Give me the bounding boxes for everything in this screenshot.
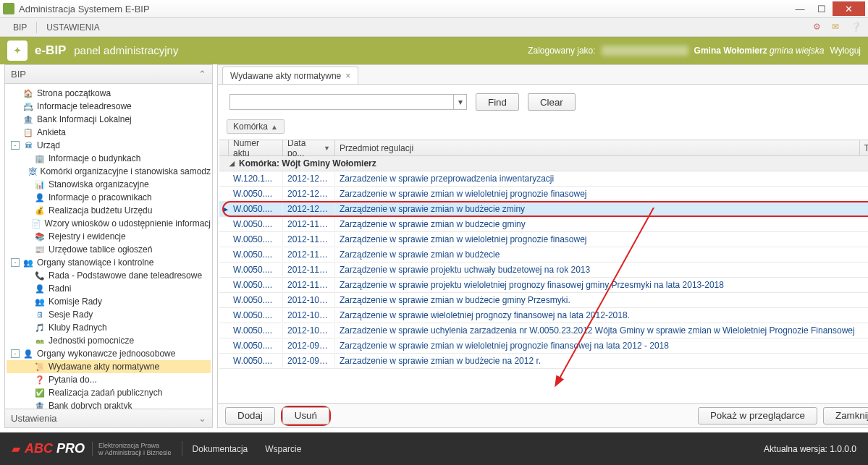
logout-link[interactable]: Wyloguj bbox=[830, 46, 861, 56]
tree-node-label: Rejestry i ewidencje bbox=[49, 231, 126, 242]
close-button[interactable]: ✕ bbox=[833, 1, 865, 16]
tree-node-label: Urząd bbox=[37, 140, 60, 150]
cell-numer: W.0050.... bbox=[229, 294, 283, 307]
cell-tresc bbox=[860, 264, 868, 276]
tree-node[interactable]: 👥Komisje Rady bbox=[7, 295, 211, 308]
toolbar-icon-1[interactable]: ⚙ bbox=[813, 22, 825, 33]
col-data[interactable]: Data po...▼ bbox=[283, 140, 335, 155]
brand-bar: ✦ e-BIP panel administracyjny Zalogowany… bbox=[0, 37, 868, 64]
tree-node[interactable]: 🗓Sesje Rady bbox=[7, 308, 211, 321]
table-row[interactable]: W.120.1...2012-12-11Zarzadzenie w sprawi… bbox=[219, 171, 868, 187]
table-row[interactable]: W.0050....2012-12-11Zarzadzenie w sprawi… bbox=[219, 187, 868, 202]
search-input[interactable] bbox=[229, 94, 454, 110]
menu-ustawienia[interactable]: USTAWIENIA bbox=[39, 20, 106, 35]
tree-node-label: Stanowiska organizacyjne bbox=[49, 179, 149, 189]
tree-node[interactable]: 🏘Jednostki pomocnicze bbox=[7, 334, 211, 347]
tree-node[interactable]: 👤Radni bbox=[7, 282, 211, 295]
tree-node[interactable]: 👤Informacje o pracownikach bbox=[7, 191, 211, 204]
table-row[interactable]: W.0050....2012-11-15Zarządzenie w sprawi… bbox=[219, 278, 868, 293]
zamknij-button[interactable]: Zamknij bbox=[823, 407, 868, 425]
tree-node[interactable]: -🏛Urząd bbox=[7, 139, 211, 152]
tree-node-icon: 📊 bbox=[34, 179, 46, 189]
tab-title: Wydawane akty normatywne bbox=[230, 71, 341, 81]
find-button[interactable]: Find bbox=[476, 93, 519, 111]
table-row[interactable]: W.0050....2012-11-30Zarządzenie w sprawi… bbox=[219, 217, 868, 232]
table-row[interactable]: W.0050....2012-11-22Zarządzenie w sprawi… bbox=[219, 232, 868, 247]
footer-support-link[interactable]: Wsparcie bbox=[265, 444, 301, 454]
footer-doc-link[interactable]: Dokumentacja bbox=[193, 444, 248, 454]
tree-node[interactable]: 🏠Strona początkowa bbox=[7, 87, 211, 100]
menu-bip[interactable]: BIP bbox=[6, 20, 34, 35]
cell-date: 2012-12-11 bbox=[283, 187, 335, 200]
table-row[interactable]: W.0050....2012-09-28Zarzadzenie w sprawi… bbox=[219, 354, 868, 369]
table-row[interactable]: W.0050....2012-10-15Zarządzenie w sprawi… bbox=[219, 293, 868, 308]
tree-node[interactable]: 🏦Bank Informacji Lokalnej bbox=[7, 113, 211, 126]
col-tresc[interactable]: Treść bbox=[860, 140, 868, 155]
tree-node[interactable]: ❓Pytania do... bbox=[7, 373, 211, 386]
table-row[interactable]: W.0050....2012-10-01 Zarzadzenie w spraw… bbox=[219, 323, 868, 338]
grid-header: Numer aktu Data po...▼ Przedmiot regulac… bbox=[219, 140, 868, 156]
col-numer-aktu[interactable]: Numer aktu bbox=[229, 140, 283, 155]
group-collapse-icon[interactable]: ◢ bbox=[229, 160, 235, 167]
grid-body[interactable]: ◢ Komórka: Wójt Gminy Wołomierz W.120.1.… bbox=[219, 156, 868, 403]
tree-node[interactable]: -👤Organy wykonawcze jednoosobowe bbox=[7, 347, 211, 360]
tree-toggle-icon[interactable]: - bbox=[11, 258, 20, 267]
maximize-button[interactable]: ☐ bbox=[811, 1, 833, 16]
tree-node[interactable]: 🎵Kluby Radnych bbox=[7, 321, 211, 334]
tree-node[interactable]: 📋Ankieta bbox=[7, 126, 211, 139]
table-row[interactable]: W.0050....2012-10-08Zarządzenie w sprawi… bbox=[219, 308, 868, 323]
tree-node[interactable]: 📊Stanowiska organizacyjne bbox=[7, 178, 211, 191]
search-dropdown-icon[interactable]: ▾ bbox=[454, 94, 467, 110]
tree-toggle-icon[interactable]: - bbox=[11, 141, 20, 150]
tab-active[interactable]: Wydawane akty normatywne × bbox=[222, 67, 358, 84]
tree-toggle-icon[interactable]: - bbox=[11, 349, 20, 358]
cell-numer: W.0050.... bbox=[229, 339, 283, 352]
tree-node[interactable]: -👥Organy stanowiące i kontrolne bbox=[7, 256, 211, 269]
cell-date: 2012-10-08 bbox=[283, 309, 335, 322]
tree-node[interactable]: 📰Urzędowe tablice ogłoszeń bbox=[7, 243, 211, 256]
tree-node-label: Ankieta bbox=[37, 127, 66, 137]
tree-node[interactable]: 🏢Informacje o budynkach bbox=[7, 152, 211, 165]
brand-name-sub: panel administracyjny bbox=[74, 44, 178, 56]
clear-button[interactable]: Clear bbox=[528, 93, 576, 111]
group-by-chip[interactable]: Komórka ▲ bbox=[227, 119, 285, 134]
bottom-button-bar: Dodaj Usuń Pokaż w przeglądarce Zamknij bbox=[218, 403, 868, 427]
navigation-tree[interactable]: 🏠Strona początkowa📇Informacje teleadreso… bbox=[5, 84, 212, 409]
tree-node-label: Radni bbox=[49, 283, 71, 294]
tree-node[interactable]: 📜Wydawane akty normatywne bbox=[7, 360, 211, 373]
table-row[interactable]: W.0050....2012-09-28Zarządzenie w sprawi… bbox=[219, 338, 868, 354]
row-indicator bbox=[219, 299, 229, 302]
tree-node[interactable]: 📚Rejestry i ewidencje bbox=[7, 230, 211, 243]
sidebar-settings-header[interactable]: Ustawienia ⌄ bbox=[5, 409, 212, 427]
sidebar-header[interactable]: BIP ⌃ bbox=[5, 65, 212, 84]
row-indicator bbox=[219, 192, 229, 195]
tree-node[interactable]: 📇Informacje teleadresowe bbox=[7, 100, 211, 113]
usun-button[interactable]: Usuń bbox=[282, 407, 329, 425]
cell-tresc bbox=[860, 218, 868, 231]
tree-node[interactable]: 💰Realizacja budżetu Urzędu bbox=[7, 204, 211, 217]
tree-node[interactable]: 📞Rada - Podstawowe dane teleadresowe bbox=[7, 269, 211, 282]
tree-node-icon: 📰 bbox=[34, 244, 46, 255]
row-indicator bbox=[219, 223, 229, 226]
tree-node[interactable]: 🕸Komórki organizacyjne i stanowiska samo… bbox=[7, 165, 211, 178]
tab-close-icon[interactable]: × bbox=[345, 71, 350, 81]
tree-node[interactable]: 🏦Bank dobrych praktyk bbox=[7, 399, 211, 409]
tree-node[interactable]: ✅Realizacja zadań publicznych bbox=[7, 386, 211, 399]
group-header-row[interactable]: ◢ Komórka: Wójt Gminy Wołomierz bbox=[219, 156, 868, 171]
tree-node-icon: 🏛 bbox=[22, 140, 34, 150]
dodaj-button[interactable]: Dodaj bbox=[225, 407, 275, 425]
col-przedmiot[interactable]: Przedmiot regulacji bbox=[335, 140, 860, 155]
help-icon[interactable]: ❔ bbox=[851, 22, 862, 33]
cell-subject: Zarządzenie w sprawie zmian w budzecie g… bbox=[335, 218, 860, 231]
cell-numer: W.0050.... bbox=[229, 218, 283, 231]
table-row[interactable]: ▸W.0050....2012-12-11Zarządzenie w spraw… bbox=[219, 202, 868, 217]
minimize-button[interactable]: — bbox=[789, 1, 811, 16]
table-row[interactable]: W.0050....2012-11-22Zarządzenie w sprawi… bbox=[219, 247, 868, 263]
cell-numer: W.0050.... bbox=[229, 233, 283, 246]
table-row[interactable]: W.0050....2012-11-15Zarządzenie w sprawi… bbox=[219, 263, 868, 278]
toolbar-icon-2[interactable]: ✉ bbox=[832, 22, 843, 33]
pokaz-button[interactable]: Pokaż w przeglądarce bbox=[698, 407, 817, 425]
tree-node[interactable]: 📄Wzory wniosków o udostępnienie informac… bbox=[7, 217, 211, 230]
search-toolbar: ▾ Find Clear bbox=[218, 85, 868, 116]
cell-subject: Zarządzenie w sprawie zmian w budżecie z… bbox=[335, 202, 860, 216]
